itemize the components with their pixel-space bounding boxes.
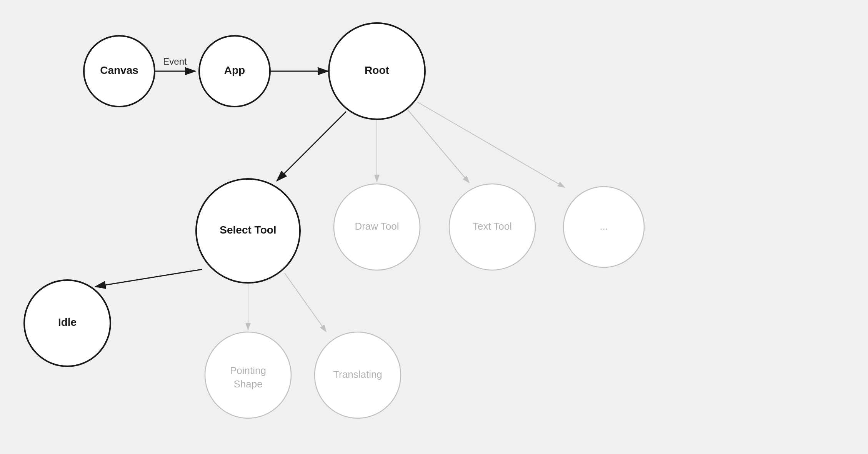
svg-text:Draw Tool: Draw Tool — [355, 220, 399, 232]
edge-label-event: Event — [163, 56, 187, 67]
node-text-tool: Text Tool — [449, 184, 535, 270]
svg-text:Text Tool: Text Tool — [473, 220, 512, 232]
edge-root-text — [408, 110, 469, 183]
node-idle: Idle — [24, 280, 110, 366]
node-draw-tool: Draw Tool — [334, 184, 420, 270]
svg-text:App: App — [224, 64, 245, 76]
svg-text:Root: Root — [365, 64, 389, 76]
node-ellipsis: ... — [563, 187, 644, 267]
edge-select-translating — [285, 273, 326, 332]
svg-text:Idle: Idle — [58, 316, 77, 328]
node-select-tool: Select Tool — [196, 179, 300, 283]
svg-text:Canvas: Canvas — [100, 64, 138, 76]
svg-text:...: ... — [600, 220, 608, 232]
svg-text:Translating: Translating — [333, 369, 382, 380]
diagram: Event Canvas App Root Select Tool Idle — [0, 0, 868, 454]
node-pointing-shape: Pointing Shape — [205, 332, 291, 418]
svg-text:Shape: Shape — [233, 378, 262, 390]
node-app: App — [199, 36, 270, 107]
node-canvas: Canvas — [84, 36, 155, 107]
svg-text:Select Tool: Select Tool — [220, 224, 276, 236]
edge-select-idle — [95, 269, 202, 287]
edge-root-ellipsis — [417, 102, 565, 187]
node-root: Root — [329, 23, 425, 119]
node-translating: Translating — [315, 332, 401, 418]
svg-text:Pointing: Pointing — [230, 365, 266, 376]
edge-root-select — [277, 112, 346, 181]
